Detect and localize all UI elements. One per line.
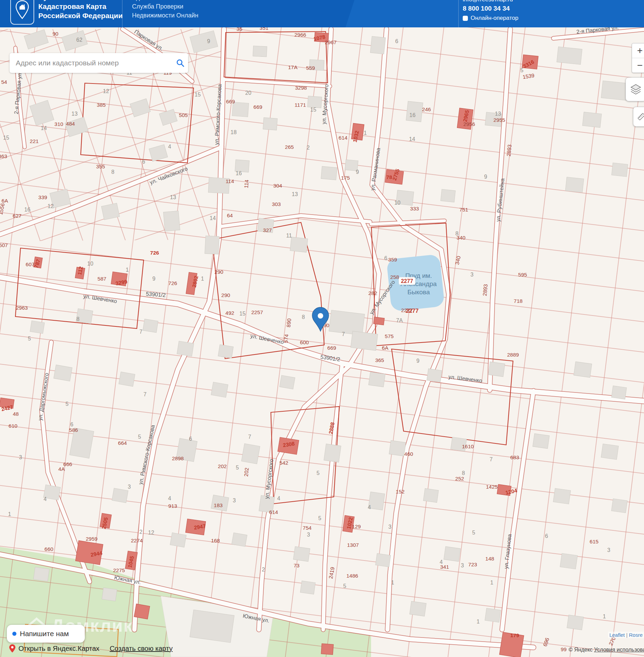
parcel-number[interactable]: 1 <box>490 580 494 585</box>
parcel-number[interactable]: 1486 <box>346 573 358 579</box>
parcel-number[interactable]: 460 <box>404 451 413 457</box>
cadastral-map[interactable]: Пруд им.АлександраБыкова2277227790629353… <box>0 27 644 657</box>
parcel-number[interactable]: 265 <box>285 144 294 150</box>
parcel-number[interactable]: 1610 <box>462 443 474 449</box>
parcel-number[interactable]: 505 <box>179 112 188 118</box>
parcel-number[interactable]: 6 <box>189 436 192 442</box>
create-map-link[interactable]: Создать свою карту <box>110 645 173 653</box>
parcel-number[interactable]: 2959 <box>86 536 97 542</box>
parcel-number[interactable]: 2 <box>140 529 143 535</box>
parcel-number[interactable]: 16 <box>24 207 30 212</box>
parcel-number[interactable]: 8 <box>302 314 305 320</box>
parcel-number[interactable]: 252 <box>455 476 464 481</box>
parcel-number[interactable]: 726 <box>150 250 159 256</box>
parcel-number[interactable]: 4 <box>277 495 280 501</box>
parcel-number[interactable]: 355 <box>96 164 105 169</box>
parcel-number[interactable]: 183 <box>214 502 223 508</box>
parcel-number[interactable]: 179 <box>510 632 519 638</box>
parcel-number[interactable]: 1 <box>126 267 129 273</box>
parcel-number[interactable]: 359 <box>388 257 397 262</box>
parcel-number[interactable]: 18 <box>231 129 237 135</box>
parcel-number[interactable]: 1 <box>477 619 480 624</box>
parcel-number[interactable]: 114 <box>243 179 250 188</box>
parcel-number[interactable]: 54 <box>1 79 7 85</box>
parcel-number[interactable]: 35 <box>236 27 242 32</box>
parcel-number[interactable]: 48 <box>13 411 18 417</box>
parcel-number[interactable]: 754 <box>303 525 312 531</box>
parcel-number[interactable]: 669 <box>253 104 262 110</box>
parcel-number[interactable]: 5 <box>318 515 321 521</box>
parcel-number[interactable]: 484 <box>66 121 75 127</box>
parcel-number[interactable]: 13 <box>292 191 298 197</box>
parcel-number[interactable]: 290 <box>214 269 223 275</box>
parcel-number[interactable]: 3 <box>461 563 464 568</box>
parcel-number[interactable]: 607 <box>0 242 8 248</box>
parcel-number[interactable]: 2274 <box>131 538 143 543</box>
parcel-number[interactable]: 7 <box>342 331 345 337</box>
parcel-number[interactable]: 9 <box>356 169 359 175</box>
parcel-number[interactable]: 2955 <box>494 117 505 123</box>
parcel-number[interactable]: 62 <box>76 37 82 43</box>
parcel-number[interactable]: 6 <box>384 255 387 261</box>
parcel-number[interactable]: 148 <box>485 556 494 562</box>
parcel-number[interactable]: 303 <box>272 201 281 207</box>
parcel-number[interactable]: 6 <box>142 159 145 165</box>
parcel-number[interactable]: 492 <box>225 310 234 316</box>
parcel-number[interactable]: 4 <box>168 144 171 150</box>
parcel-number[interactable]: 7 <box>144 391 147 397</box>
parcel-number[interactable]: 6А <box>382 345 389 351</box>
parcel-number[interactable]: 13 <box>170 194 176 200</box>
parcel-number[interactable]: 290 <box>221 292 230 298</box>
parcel-number[interactable]: 3 <box>389 524 392 530</box>
parcel-number[interactable]: 7 <box>490 456 493 462</box>
parcel-number[interactable]: 890 <box>286 318 292 328</box>
parcel-number[interactable]: 73 <box>293 563 299 568</box>
parcel-number[interactable]: 3 <box>607 547 610 553</box>
parcel-number[interactable]: 2963 <box>16 305 28 311</box>
parcel-number[interactable]: 2 <box>307 145 310 151</box>
parcel-number[interactable]: 341 <box>440 564 449 570</box>
parcel-number[interactable]: 1 <box>201 276 204 282</box>
parcel-number[interactable]: 202 <box>218 463 227 469</box>
parcel-number[interactable]: 627 <box>13 213 22 219</box>
parcel-number[interactable]: 2889 <box>507 352 519 358</box>
parcel-number[interactable]: 17А <box>288 64 298 70</box>
parcel-number[interactable]: 246 <box>422 106 431 112</box>
contact-phone[interactable]: 8 800 100 34 34 <box>463 4 518 13</box>
parcel-number[interactable]: 14 <box>210 215 216 221</box>
parcel-number[interactable]: 723 <box>468 562 477 567</box>
registered-building[interactable] <box>321 644 333 655</box>
parcel-number[interactable]: 718 <box>514 298 523 304</box>
parcel-number[interactable]: 6 <box>545 533 548 539</box>
parcel-number[interactable]: 8 <box>111 169 115 175</box>
parcel-number[interactable]: 175 <box>341 175 350 181</box>
parcel-number[interactable]: 90 <box>52 31 58 37</box>
parcel-number[interactable]: 2893 <box>482 284 489 296</box>
parcel-number[interactable]: 3 <box>233 498 236 503</box>
parcel-number[interactable]: 1307 <box>347 542 359 548</box>
parcel-number[interactable]: 595 <box>518 272 527 278</box>
parcel-number[interactable]: 10 <box>394 200 400 206</box>
parcel-number[interactable]: 913 <box>168 503 177 509</box>
parcel-number[interactable]: 587 <box>97 276 106 282</box>
parcel-number[interactable]: 5 <box>472 530 475 536</box>
parcel-number[interactable]: 6 <box>70 422 74 427</box>
parcel-number[interactable]: 16 <box>236 170 242 176</box>
parcel-number[interactable]: 669 <box>226 99 235 104</box>
parcel-number[interactable]: 12 <box>148 530 154 536</box>
parcel-number[interactable]: 3298 <box>295 85 307 91</box>
parcel-number[interactable]: 2956 <box>463 121 475 127</box>
search-button[interactable] <box>172 59 188 67</box>
parcel-number[interactable]: 660 <box>44 546 53 552</box>
parcel-number[interactable]: 1 <box>8 511 11 517</box>
parcel-number[interactable]: 559 <box>306 65 315 71</box>
parcel-number[interactable]: 114 <box>226 178 234 184</box>
parcel-number[interactable]: 2257 <box>251 309 263 315</box>
parcel-number[interactable]: 2967 <box>325 39 337 45</box>
parcel-number[interactable]: 5 <box>343 583 346 589</box>
parcel-number[interactable]: 385 <box>97 102 106 108</box>
parcel-number[interactable]: 333 <box>410 206 419 211</box>
parcel-number[interactable]: 14 <box>409 136 415 142</box>
parcel-number[interactable]: 3 <box>19 454 22 460</box>
parcel-number[interactable]: 1425 <box>486 484 498 490</box>
